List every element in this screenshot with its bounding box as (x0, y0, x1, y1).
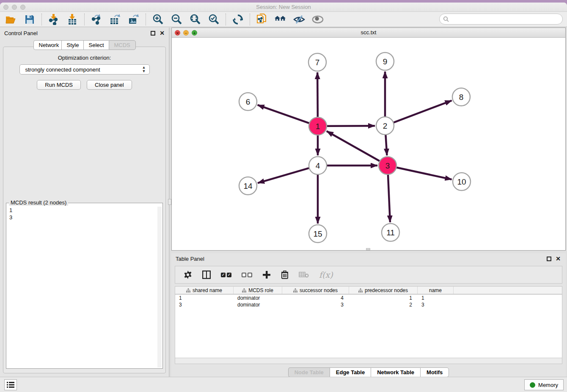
network-window-titlebar[interactable]: ✕ − + scc.txt (172, 28, 565, 38)
result-scrollbar[interactable] (157, 207, 162, 367)
edge-3-1[interactable] (327, 131, 380, 161)
edge-1-7[interactable] (317, 72, 318, 117)
show-graphics-details-button[interactable] (312, 14, 324, 25)
edge-1-6[interactable] (258, 105, 310, 123)
zoom-out-icon (171, 14, 182, 25)
control-panel: Control Panel ✕ NetworkStyleSelectMCDS O… (0, 28, 169, 377)
title-bar: Session: New Session (0, 3, 567, 12)
cell-successor-nodes[interactable]: 3 (282, 301, 349, 308)
search-input[interactable] (449, 16, 562, 22)
table-row[interactable]: 3dominator323 (175, 301, 562, 308)
export-network-button[interactable] (91, 14, 102, 25)
tab-network[interactable]: Network (33, 40, 61, 50)
tab-select[interactable]: Select (83, 40, 109, 50)
tab-motifs[interactable]: Motifs (420, 367, 449, 377)
table-settings-button[interactable] (184, 271, 192, 279)
cell-shared-name[interactable]: 3 (175, 301, 234, 308)
edge-3-11[interactable] (388, 174, 390, 222)
save-session-button[interactable] (24, 14, 36, 25)
refresh-layout-button[interactable] (232, 14, 244, 25)
column-header-predecessor-nodes[interactable]: predecessor nodes (349, 287, 418, 294)
node-label-3: 3 (385, 161, 390, 170)
cell-predecessor-nodes[interactable]: 1 (349, 295, 418, 301)
cell-MCDS-role[interactable]: dominator (234, 301, 282, 308)
cell-name[interactable]: 1 (418, 295, 454, 301)
table-panel-float-button[interactable] (547, 257, 551, 261)
cell-predecessor-nodes[interactable]: 2 (349, 301, 418, 308)
edge-2-8[interactable] (394, 100, 452, 122)
splitter-handle-icon[interactable] (168, 199, 171, 205)
delete-columns-button[interactable] (281, 271, 289, 279)
column-header-name[interactable]: name (418, 287, 454, 294)
tab-style[interactable]: Style (61, 40, 83, 50)
node-label-15: 15 (313, 229, 322, 238)
network-close-button[interactable]: ✕ (175, 30, 180, 36)
tab-mcds[interactable]: MCDS (109, 40, 136, 50)
control-panel-float-button[interactable] (151, 31, 155, 36)
close-panel-button[interactable]: Close panel (87, 80, 132, 90)
edge-2-3[interactable] (385, 135, 387, 155)
duplicate-network-button[interactable] (256, 14, 268, 25)
cell-name[interactable]: 3 (418, 301, 454, 308)
node-label-6: 6 (246, 97, 250, 106)
network-maximize-button[interactable]: + (192, 30, 197, 36)
memory-button[interactable]: Memory (524, 379, 564, 390)
mcds-result-list[interactable]: 1 3 (7, 207, 157, 367)
application-window: Session: New Session (0, 0, 567, 392)
network-minimize-button[interactable]: − (183, 30, 189, 36)
hide-graphics-details-button[interactable] (293, 14, 305, 25)
deselect-all-button[interactable] (242, 273, 252, 277)
node-label-14: 14 (243, 182, 253, 190)
panel-splitter[interactable] (169, 28, 170, 377)
edge-3-10[interactable] (396, 167, 452, 179)
export-table-button[interactable] (109, 14, 121, 25)
node-label-1: 1 (316, 122, 320, 131)
table-tabs: Node TableEdge TableNetwork TableMotifs (171, 367, 566, 377)
cell-shared-name[interactable]: 1 (175, 295, 234, 301)
close-window-button[interactable] (3, 5, 8, 10)
select-all-button[interactable]: ✓ ✓ (221, 273, 231, 277)
zoom-selected-button[interactable] (208, 14, 220, 25)
cell-successor-nodes[interactable]: 4 (282, 295, 349, 301)
column-header-MCDS-role[interactable]: MCDS role (234, 287, 282, 294)
open-session-button[interactable] (5, 14, 17, 25)
zoom-out-button[interactable] (171, 14, 182, 25)
import-network-button[interactable] (48, 14, 60, 25)
tab-node-table[interactable]: Node Table (288, 367, 330, 377)
zoom-fit-button[interactable] (189, 14, 201, 25)
delete-table-icon (299, 271, 309, 279)
split-view-button[interactable] (202, 271, 211, 279)
edge-1-2[interactable] (327, 126, 375, 126)
optimization-criterion-select[interactable]: strongly connected component ▲▼ (19, 64, 150, 75)
control-panel-close-button[interactable]: ✕ (160, 30, 165, 36)
network-graph[interactable]: 1234678910111415 (172, 38, 565, 250)
zoom-in-button[interactable] (152, 14, 164, 25)
run-mcds-button[interactable]: Run MCDS (37, 80, 81, 90)
home-button[interactable] (275, 14, 286, 25)
checked-checkbox-icon: ✓ (221, 273, 226, 277)
network-canvas[interactable]: 1234678910111415 (172, 38, 565, 250)
tab-edge-table[interactable]: Edge Table (330, 367, 371, 377)
import-network-icon (49, 14, 59, 25)
task-history-button[interactable] (4, 379, 17, 390)
import-table-button[interactable] (66, 14, 78, 25)
minimize-window-button[interactable] (12, 5, 17, 10)
cell-MCDS-role[interactable]: dominator (234, 295, 282, 301)
table-hscroll[interactable] (175, 358, 562, 364)
function-builder-button[interactable]: f(x) (319, 270, 333, 279)
tab-network-table[interactable]: Network Table (371, 367, 420, 377)
network-resize-handle[interactable] (366, 248, 370, 250)
search-box[interactable] (439, 14, 563, 25)
export-image-button[interactable] (128, 14, 140, 25)
zoom-window-button[interactable] (20, 5, 25, 10)
delete-table-button[interactable] (299, 271, 309, 279)
column-header-successor-nodes[interactable]: successor nodes (282, 287, 349, 294)
column-header-shared-name[interactable]: shared name (175, 287, 234, 294)
table-panel-title: Table Panel (176, 256, 547, 262)
node-label-7: 7 (315, 58, 320, 67)
table-row[interactable]: 1dominator411 (175, 295, 562, 301)
edge-4-14[interactable] (258, 168, 309, 183)
table-panel-close-button[interactable]: ✕ (556, 256, 561, 262)
add-column-button[interactable] (262, 271, 271, 279)
select-stepper-icon: ▲▼ (142, 66, 146, 73)
